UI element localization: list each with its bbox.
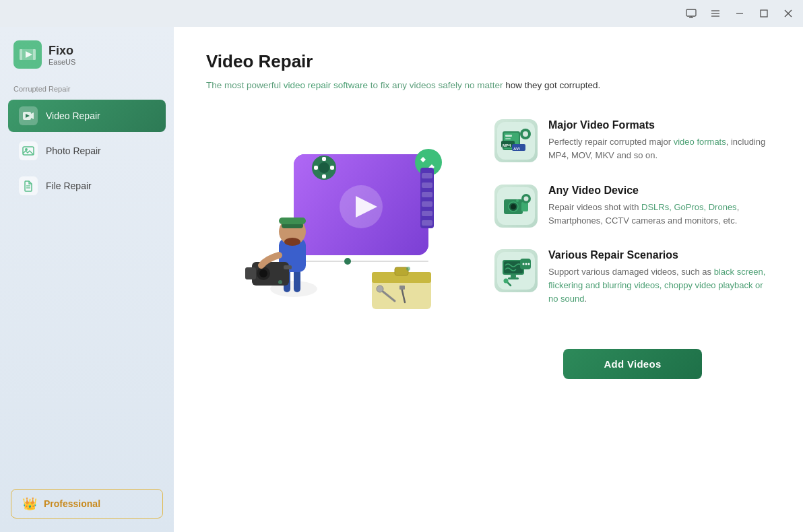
sidebar-item-video-repair[interactable]: Video Repair: [8, 100, 166, 132]
hero-illustration: [213, 114, 455, 316]
menu-icon[interactable]: [709, 7, 722, 20]
svg-rect-62: [399, 286, 405, 290]
svg-rect-58: [395, 267, 408, 275]
app-sub: EaseUS: [49, 58, 75, 66]
titlebar: [0, 0, 803, 27]
feature-desc-formats: Perfectly repair corrupted major video f…: [548, 135, 771, 162]
svg-point-92: [525, 263, 527, 265]
svg-point-41: [344, 258, 351, 265]
svg-text:MP4: MP4: [503, 143, 511, 147]
svg-point-95: [504, 278, 509, 283]
svg-rect-69: [505, 138, 511, 139]
logo-area: Fixo EaseUS: [0, 40, 174, 85]
svg-point-60: [377, 286, 383, 292]
logo-text: Fixo EaseUS: [49, 44, 75, 66]
svg-point-82: [516, 199, 519, 202]
svg-rect-48: [279, 218, 306, 224]
app-logo-icon: [13, 40, 42, 69]
feature-text-scenarios: Various Repair Scenarios Support various…: [548, 249, 771, 306]
svg-rect-35: [422, 182, 432, 188]
svg-rect-0: [686, 9, 696, 16]
svg-point-64: [278, 280, 282, 284]
svg-rect-88: [511, 275, 516, 277]
feature-icon-formats: MP4 AVI: [494, 119, 538, 162]
svg-point-27: [319, 162, 329, 173]
svg-point-93: [528, 263, 530, 265]
svg-point-53: [259, 269, 267, 277]
svg-rect-40: [294, 261, 428, 262]
feature-item-device: Any Video Device Repair videos shot with…: [494, 185, 771, 228]
svg-text:AVI: AVI: [513, 147, 520, 151]
svg-rect-68: [505, 135, 512, 137]
minimize-icon[interactable]: [733, 7, 746, 20]
content-area: MP4 AVI Major Video Formats Perfectly re…: [206, 114, 771, 508]
feature-title-device: Any Video Device: [548, 185, 771, 197]
feature-item-scenarios: Various Repair Scenarios Support various…: [494, 249, 771, 306]
svg-point-49: [284, 238, 300, 246]
feature-text-formats: Major Video Formats Perfectly repair cor…: [548, 119, 771, 162]
svg-rect-81: [521, 202, 528, 211]
feature-text-device: Any Video Device Repair videos shot with…: [548, 185, 771, 228]
file-repair-icon: [19, 176, 38, 195]
svg-point-76: [523, 131, 528, 137]
svg-point-80: [511, 204, 516, 209]
svg-rect-7: [761, 10, 767, 17]
photo-repair-icon: [19, 141, 38, 160]
svg-rect-51: [245, 267, 256, 279]
sidebar-item-label-file: File Repair: [46, 180, 92, 191]
feature-icon-scenarios: [494, 249, 538, 292]
svg-rect-30: [314, 166, 318, 170]
svg-rect-13: [33, 49, 36, 60]
feature-item-formats: MP4 AVI Major Video Formats Perfectly re…: [494, 119, 771, 162]
svg-marker-17: [31, 112, 34, 119]
subtitle-text: The most powerful video repair software …: [206, 80, 600, 90]
video-repair-icon: [19, 106, 38, 125]
svg-rect-38: [422, 211, 432, 216]
feature-desc-device: Repair videos shot with DSLRs, GoPros, D…: [548, 201, 771, 228]
main-content: Video Repair The most powerful video rep…: [174, 27, 803, 532]
svg-rect-37: [422, 201, 432, 207]
feature-icon-device: [494, 185, 538, 228]
pro-upgrade-button[interactable]: 👑 Professional: [11, 489, 163, 519]
feature-title-formats: Major Video Formats: [548, 119, 771, 131]
sidebar-section-label: Corrupted Repair: [0, 85, 174, 98]
feature-desc-scenarios: Support various damaged videos, such as …: [548, 265, 771, 306]
page-title: Video Repair: [206, 51, 771, 72]
add-videos-button[interactable]: Add Videos: [563, 349, 701, 379]
svg-rect-36: [422, 192, 432, 197]
feature-title-scenarios: Various Repair Scenarios: [548, 249, 771, 261]
close-icon[interactable]: [781, 7, 795, 20]
svg-rect-34: [422, 173, 432, 178]
svg-rect-54: [284, 265, 292, 269]
svg-rect-87: [504, 261, 523, 273]
svg-point-63: [406, 267, 410, 271]
svg-point-19: [25, 148, 28, 151]
svg-rect-12: [20, 49, 22, 60]
sidebar-item-file-repair[interactable]: File Repair: [8, 170, 166, 202]
svg-point-84: [524, 196, 529, 201]
display-icon[interactable]: [684, 7, 698, 20]
add-videos-wrap: Add Videos: [494, 349, 771, 385]
svg-point-91: [523, 263, 525, 265]
maximize-icon[interactable]: [757, 7, 771, 20]
sidebar-item-label-video: Video Repair: [46, 110, 100, 121]
svg-rect-89: [508, 277, 519, 279]
svg-rect-28: [322, 157, 326, 161]
app-body: Fixo EaseUS Corrupted Repair Video Repai…: [0, 27, 803, 532]
page-subtitle: The most powerful video repair software …: [206, 79, 771, 92]
sidebar: Fixo EaseUS Corrupted Repair Video Repai…: [0, 27, 174, 532]
features-list: MP4 AVI Major Video Formats Perfectly re…: [494, 114, 771, 385]
svg-rect-29: [322, 174, 326, 178]
sidebar-item-photo-repair[interactable]: Photo Repair: [8, 135, 166, 167]
sidebar-item-label-photo: Photo Repair: [46, 145, 101, 156]
svg-rect-39: [422, 220, 432, 226]
illustration-area: [206, 114, 462, 316]
app-name: Fixo: [49, 44, 75, 58]
pro-label: Professional: [44, 498, 100, 509]
svg-rect-44: [294, 269, 300, 292]
svg-rect-31: [330, 166, 334, 170]
crown-icon: 👑: [22, 496, 37, 511]
